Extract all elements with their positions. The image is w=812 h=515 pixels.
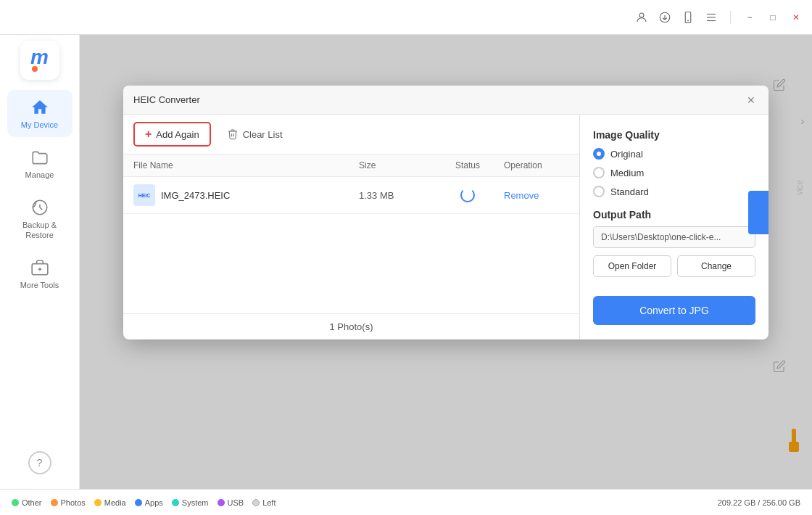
col-header-filename: File Name: [133, 160, 359, 170]
image-quality-section: Image Quality Original Medium: [593, 129, 755, 197]
home-icon: [30, 97, 50, 118]
app-content: m My Device Manage: [0, 35, 812, 489]
sidebar-item-manage[interactable]: Manage: [7, 140, 72, 187]
file-name-cell: HEIC IMG_2473.HEIC: [133, 184, 359, 206]
logo-dot: [32, 66, 38, 72]
legend-dot-media: [94, 499, 102, 506]
legend-other: Other: [12, 498, 42, 507]
path-buttons: Open Folder Change: [593, 255, 755, 277]
legend-dot-left: [252, 499, 260, 506]
logo-letter: m: [30, 46, 49, 68]
help-button[interactable]: ?: [28, 451, 51, 474]
modal-title-bar: HEIC Converter ✕: [123, 86, 768, 115]
clear-list-button[interactable]: Clear List: [217, 124, 293, 144]
title-bar-icons: − □ ✕: [634, 10, 803, 25]
open-folder-button[interactable]: Open Folder: [593, 255, 671, 277]
image-quality-title: Image Quality: [593, 129, 755, 141]
legend-left: Left: [252, 498, 276, 507]
legend-label-apps: Apps: [145, 498, 163, 507]
svg-point-0: [639, 13, 644, 17]
radio-medium-circle: [593, 167, 605, 178]
status-bar: Other Photos Media Apps System USB: [0, 489, 812, 515]
legend-system: System: [172, 498, 209, 507]
title-bar: − □ ✕: [0, 0, 812, 35]
modal-close-button[interactable]: ✕: [744, 93, 758, 107]
plus-icon: +: [145, 128, 152, 141]
legend-photos: Photos: [51, 498, 86, 507]
convert-area: Convert to JPG: [593, 289, 755, 325]
col-header-status: Status: [431, 160, 504, 170]
radio-medium[interactable]: Medium: [593, 167, 755, 178]
radio-standard[interactable]: Standard: [593, 186, 755, 197]
sidebar-label-more-tools: More Tools: [20, 281, 59, 290]
table-header: File Name Size Status Operation: [123, 154, 579, 177]
blue-edge-button[interactable]: [748, 191, 768, 234]
file-table: File Name Size Status Operation HEIC IMG…: [123, 154, 579, 313]
legend-label-media: Media: [104, 498, 126, 507]
convert-button[interactable]: Convert to JPG: [593, 296, 755, 325]
legend-dot-usb: [218, 499, 225, 506]
legend-label-usb: USB: [228, 498, 244, 507]
download-icon[interactable]: [658, 10, 672, 25]
toolbox-icon: [30, 258, 50, 278]
quality-radio-group: Original Medium Standard: [593, 148, 755, 197]
legend-usb: USB: [218, 498, 244, 507]
help-icon: ?: [37, 457, 43, 469]
legend-dot-apps: [135, 499, 142, 506]
radio-original-label: Original: [610, 149, 643, 160]
radio-original[interactable]: Original: [593, 148, 755, 160]
radio-standard-circle: [593, 186, 605, 197]
clear-list-label: Clear List: [243, 129, 283, 140]
file-count: 1 Photo(s): [123, 313, 579, 339]
file-panel: + Add Again: [123, 115, 580, 339]
minimize-button[interactable]: −: [742, 10, 757, 25]
sidebar-item-backup-restore[interactable]: Backup &Restore: [7, 190, 72, 247]
menu-icon[interactable]: [704, 10, 718, 25]
add-again-label: Add Again: [156, 129, 199, 140]
legend-label-left: Left: [262, 498, 276, 507]
change-path-button[interactable]: Change: [677, 255, 755, 277]
add-again-button[interactable]: + Add Again: [133, 122, 211, 147]
trash-icon: [227, 128, 239, 140]
radio-standard-label: Standard: [610, 186, 649, 197]
heic-converter-modal: HEIC Converter ✕ + Add Again: [123, 86, 768, 339]
maximize-button[interactable]: □: [766, 10, 780, 25]
backup-icon: [30, 197, 50, 218]
separator: [730, 11, 731, 24]
legend-apps: Apps: [135, 498, 163, 507]
sidebar-item-my-device[interactable]: My Device: [7, 90, 72, 137]
loading-spinner: [460, 188, 475, 202]
legend-dot-other: [12, 499, 19, 506]
remove-link[interactable]: Remove: [504, 190, 539, 201]
status-legend: Other Photos Media Apps System USB: [12, 498, 276, 507]
output-path-section: Output Path D:\Users\Desktop\one-click-e…: [593, 209, 755, 277]
modal-overlay: HEIC Converter ✕ + Add Again: [80, 35, 812, 489]
radio-medium-label: Medium: [610, 168, 644, 178]
file-name: IMG_2473.HEIC: [161, 190, 230, 201]
close-button[interactable]: ✕: [789, 10, 803, 25]
sidebar-item-more-tools[interactable]: More Tools: [7, 250, 72, 297]
legend-dot-photos: [51, 499, 58, 506]
sidebar-label-backup: Backup &Restore: [22, 221, 57, 239]
app-logo: m: [20, 41, 59, 80]
toolbar: + Add Again: [123, 115, 579, 154]
output-path-title: Output Path: [593, 209, 755, 221]
legend-label-photos: Photos: [61, 498, 86, 507]
table-row: HEIC IMG_2473.HEIC 1.33 MB Remove: [123, 177, 579, 214]
sidebar: m My Device Manage: [0, 35, 80, 489]
storage-info: 209.22 GB / 256.00 GB: [718, 498, 800, 507]
legend-dot-system: [172, 499, 179, 506]
legend-label-other: Other: [22, 498, 42, 507]
file-operation[interactable]: Remove: [504, 189, 569, 202]
sidebar-label-my-device: My Device: [21, 120, 58, 130]
phone-icon[interactable]: [681, 10, 695, 25]
col-header-operation: Operation: [504, 160, 569, 170]
folder-icon: [30, 147, 50, 168]
sidebar-label-manage: Manage: [25, 170, 54, 180]
file-status: [431, 188, 504, 202]
person-icon[interactable]: [634, 10, 649, 25]
modal-body: + Add Again: [123, 115, 768, 339]
legend-label-system: System: [182, 498, 209, 507]
legend-media: Media: [94, 498, 126, 507]
file-size: 1.33 MB: [359, 190, 431, 201]
